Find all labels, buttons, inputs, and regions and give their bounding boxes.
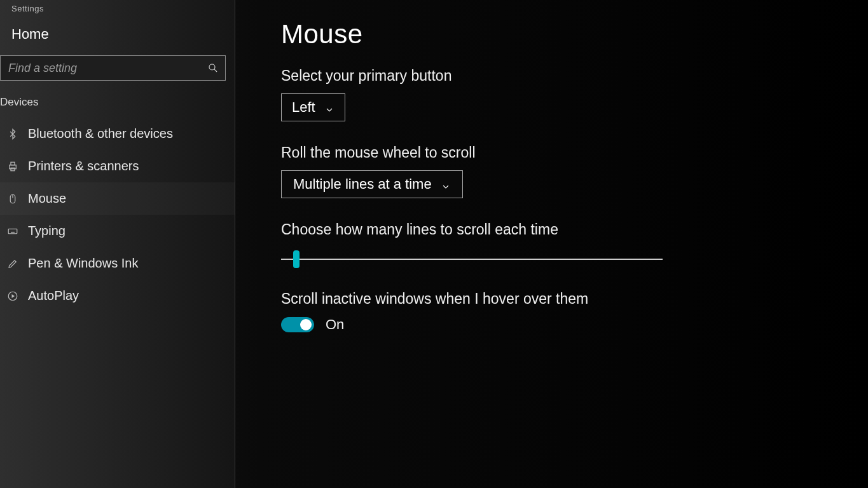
- svg-rect-3: [11, 162, 15, 165]
- bluetooth-icon: [6, 128, 19, 140]
- category-label: Devices: [0, 96, 235, 118]
- toggle-knob: [300, 319, 312, 330]
- home-link[interactable]: Home: [0, 17, 235, 55]
- wheel-scroll-dropdown[interactable]: Multiple lines at a time: [281, 170, 463, 198]
- sidebar-item-bluetooth[interactable]: Bluetooth & other devices: [0, 118, 235, 150]
- dropdown-value: Left: [292, 99, 315, 116]
- inactive-scroll-label: Scroll inactive windows when I hover ove…: [281, 290, 843, 308]
- sidebar-item-label: AutoPlay: [28, 288, 79, 303]
- sidebar-item-label: Printers & scanners: [28, 159, 139, 173]
- sidebar-item-printers[interactable]: Printers & scanners: [0, 150, 235, 182]
- pen-icon: [6, 257, 19, 270]
- svg-point-0: [209, 64, 215, 70]
- chevron-down-icon: [324, 102, 334, 112]
- primary-button-field: Select your primary button Left: [281, 67, 843, 121]
- dropdown-value: Multiple lines at a time: [293, 176, 432, 193]
- autoplay-icon: [6, 290, 19, 302]
- printer-icon: [6, 160, 19, 173]
- main-content: Mouse Select your primary button Left Ro…: [235, 0, 868, 488]
- svg-rect-4: [11, 168, 15, 171]
- sidebar-item-typing[interactable]: Typing: [0, 215, 235, 247]
- sidebar-item-label: Pen & Windows Ink: [28, 256, 138, 271]
- chevron-down-icon: [441, 179, 451, 189]
- sidebar-item-label: Typing: [28, 224, 65, 238]
- settings-window: Settings Home Devices Bluetooth & other …: [0, 0, 868, 488]
- slider-track: [281, 259, 663, 260]
- mouse-icon: [6, 193, 19, 205]
- search-input[interactable]: [8, 62, 207, 75]
- keyboard-icon: [6, 225, 19, 238]
- lines-slider-label: Choose how many lines to scroll each tim…: [281, 221, 843, 238]
- svg-rect-7: [8, 229, 17, 234]
- page-title: Mouse: [281, 19, 843, 50]
- wheel-scroll-label: Roll the mouse wheel to scroll: [281, 144, 843, 161]
- sidebar-item-label: Mouse: [28, 191, 66, 206]
- sidebar-item-pen[interactable]: Pen & Windows Ink: [0, 247, 235, 280]
- svg-rect-2: [10, 165, 17, 168]
- sidebar-item-autoplay[interactable]: AutoPlay: [0, 280, 235, 312]
- svg-marker-13: [12, 294, 15, 298]
- primary-button-label: Select your primary button: [281, 67, 843, 85]
- primary-button-dropdown[interactable]: Left: [281, 93, 345, 121]
- sidebar-nav: Bluetooth & other devices Printers & sca…: [0, 118, 235, 312]
- app-title: Settings: [0, 4, 235, 17]
- sidebar-item-label: Bluetooth & other devices: [28, 126, 173, 141]
- svg-line-1: [214, 69, 217, 72]
- toggle-state-label: On: [326, 316, 344, 333]
- lines-slider[interactable]: [281, 251, 663, 268]
- inactive-scroll-toggle[interactable]: [281, 317, 314, 332]
- sidebar: Settings Home Devices Bluetooth & other …: [0, 0, 235, 488]
- wheel-scroll-field: Roll the mouse wheel to scroll Multiple …: [281, 144, 843, 198]
- slider-thumb[interactable]: [293, 250, 300, 268]
- search-box[interactable]: [0, 55, 226, 81]
- sidebar-item-mouse[interactable]: Mouse: [0, 182, 235, 215]
- home-label: Home: [11, 26, 49, 42]
- lines-slider-field: Choose how many lines to scroll each tim…: [281, 221, 843, 268]
- inactive-scroll-field: Scroll inactive windows when I hover ove…: [281, 290, 843, 333]
- search-icon: [207, 62, 219, 74]
